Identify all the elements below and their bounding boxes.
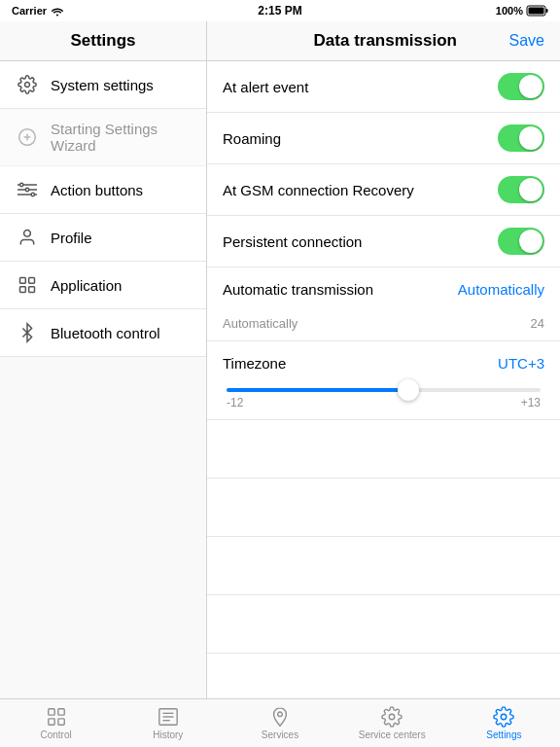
empty-section-4 — [207, 595, 560, 654]
timezone-slider-container[interactable]: -12 +13 — [207, 384, 560, 419]
main-area: Settings System settings Starting Settin… — [0, 21, 560, 698]
automatic-transmission-row[interactable]: Automatic transmission Automatically — [207, 267, 560, 310]
roaming-toggle[interactable] — [498, 124, 544, 152]
svg-point-10 — [31, 193, 34, 196]
person-icon — [16, 226, 39, 249]
empty-section-3 — [207, 537, 560, 595]
sidebar-item-bluetooth-control[interactable]: Bluetooth control — [0, 309, 206, 357]
at-alert-event-label: At alert event — [223, 79, 308, 95]
svg-point-17 — [24, 231, 31, 237]
empty-section-2 — [207, 479, 560, 537]
timezone-label: Timezone — [223, 355, 286, 372]
tab-item-history[interactable]: History — [112, 699, 224, 747]
svg-rect-24 — [48, 719, 53, 725]
history-icon — [158, 706, 179, 728]
sidebar-item-system-settings[interactable]: System settings — [0, 61, 206, 109]
svg-point-9 — [25, 188, 28, 191]
persistent-connection-label: Persistent connection — [223, 233, 362, 250]
sidebar-item-action-buttons[interactable]: Action buttons — [0, 166, 206, 214]
content-header: Data transmission Save — [207, 21, 560, 61]
bluetooth-icon — [16, 321, 39, 344]
svg-rect-21 — [29, 287, 35, 293]
sidebar-item-starting-wizard: Starting Settings Wizard — [0, 109, 206, 166]
svg-point-30 — [278, 712, 283, 717]
tab-label-service-centers: Service centers — [359, 729, 426, 740]
svg-rect-2 — [546, 9, 548, 13]
content-title: Data transmission — [262, 31, 509, 51]
sidebar-item-label-application: Application — [51, 277, 122, 294]
sidebar-item-label-profile: Profile — [51, 230, 92, 246]
svg-rect-25 — [57, 719, 63, 725]
app-icon — [16, 273, 39, 297]
persistent-connection-toggle[interactable] — [498, 228, 544, 255]
gsm-recovery-toggle[interactable] — [498, 176, 544, 203]
svg-rect-23 — [57, 709, 63, 715]
timezone-row[interactable]: Timezone UTC+3 — [207, 341, 560, 384]
battery-icon — [527, 5, 548, 17]
svg-rect-18 — [20, 278, 26, 284]
svg-point-0 — [56, 15, 58, 17]
service-centers-icon — [381, 706, 402, 728]
svg-rect-22 — [48, 709, 53, 715]
sidebar-item-label-system-settings: System settings — [51, 77, 154, 93]
svg-point-4 — [25, 83, 30, 88]
svg-point-32 — [502, 714, 508, 720]
automatic-transmission-sub-value: 24 — [531, 316, 544, 331]
sidebar-item-application[interactable]: Application — [0, 262, 206, 309]
svg-point-8 — [20, 183, 23, 186]
save-button[interactable]: Save — [509, 32, 544, 50]
settings-list: At alert event Roaming At GSM connection… — [207, 61, 560, 698]
timezone-slider-labels: -12 +13 — [223, 392, 544, 409]
wand-icon — [16, 125, 39, 149]
row-at-alert-event: At alert event — [207, 61, 560, 113]
services-icon — [269, 706, 291, 728]
timezone-slider-track — [227, 388, 541, 392]
tab-item-services[interactable]: Services — [224, 699, 335, 747]
sidebar-item-profile[interactable]: Profile — [0, 214, 206, 262]
settings-tab-icon — [493, 706, 514, 728]
sidebar-item-label-action-buttons: Action buttons — [51, 182, 143, 198]
roaming-label: Roaming — [223, 130, 281, 147]
tab-label-settings: Settings — [486, 729, 521, 740]
at-alert-event-toggle[interactable] — [498, 73, 544, 100]
timezone-section: Timezone UTC+3 -12 +13 — [207, 341, 560, 420]
automatic-transmission-sub-row: Automatically 24 — [207, 310, 560, 340]
timezone-value: UTC+3 — [498, 355, 544, 372]
carrier-label: Carrier — [12, 5, 47, 17]
gear-icon — [16, 73, 39, 96]
automatic-transmission-label: Automatic transmission — [223, 281, 373, 298]
svg-rect-20 — [20, 287, 26, 293]
row-roaming: Roaming — [207, 113, 560, 164]
status-time: 2:15 PM — [258, 4, 301, 18]
tab-label-history: History — [153, 729, 183, 740]
svg-point-31 — [389, 714, 395, 720]
sidebar-item-label-starting-wizard: Starting Settings Wizard — [51, 121, 191, 154]
automatic-transmission-sub-label: Automatically — [223, 316, 298, 331]
sidebar: Settings System settings Starting Settin… — [0, 21, 207, 698]
timezone-max-label: +13 — [521, 396, 541, 409]
tab-label-control: Control — [40, 729, 71, 740]
timezone-min-label: -12 — [227, 396, 243, 409]
tab-item-control[interactable]: Control — [0, 699, 112, 747]
sidebar-title: Settings — [0, 21, 206, 61]
automatic-transmission-value: Automatically — [458, 281, 544, 298]
sidebar-item-label-bluetooth-control: Bluetooth control — [51, 325, 160, 341]
empty-section-1 — [207, 420, 560, 479]
row-gsm-recovery: At GSM connection Recovery — [207, 164, 560, 216]
tab-label-services: Services — [262, 729, 298, 740]
svg-rect-19 — [29, 278, 35, 284]
timezone-slider-fill — [227, 388, 408, 392]
battery-label: 100% — [496, 5, 523, 17]
tab-item-settings[interactable]: Settings — [448, 699, 560, 747]
sliders-icon — [16, 178, 39, 201]
content-panel: Data transmission Save At alert event Ro… — [207, 21, 560, 698]
gsm-recovery-label: At GSM connection Recovery — [223, 182, 414, 198]
status-bar: Carrier 2:15 PM 100% — [0, 0, 560, 21]
row-persistent-connection: Persistent connection — [207, 216, 560, 267]
automatic-transmission-section: Automatic transmission Automatically Aut… — [207, 267, 560, 341]
control-icon — [46, 706, 67, 728]
svg-rect-3 — [529, 8, 544, 15]
tab-item-service-centers[interactable]: Service centers — [336, 699, 448, 747]
wifi-icon — [51, 6, 64, 16]
tab-bar: Control History Services — [0, 698, 560, 747]
